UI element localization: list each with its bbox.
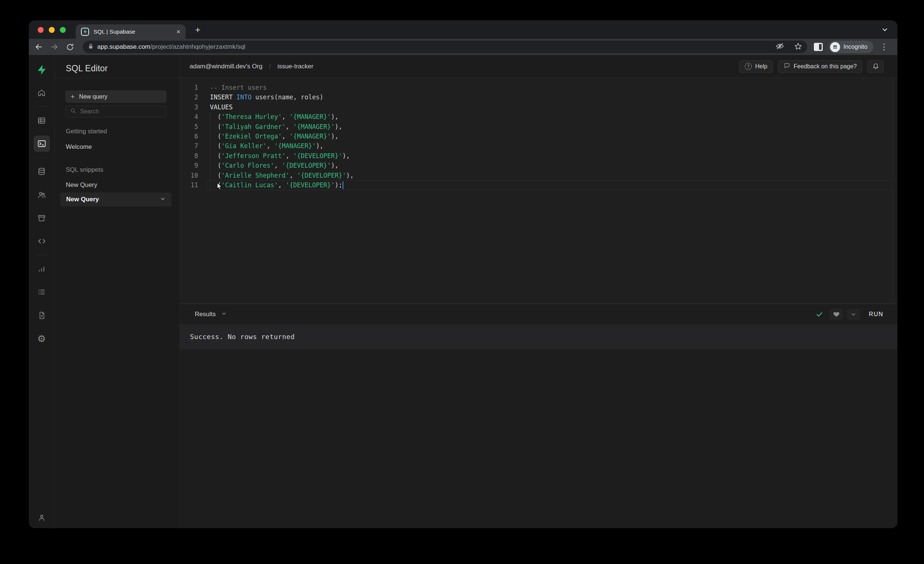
line-number: 1 bbox=[180, 83, 198, 92]
code-line-8[interactable]: ('Jefferson Pratt', '{DEVELOPER}'), bbox=[210, 151, 890, 161]
lock-icon bbox=[88, 43, 93, 51]
line-number: 3 bbox=[180, 102, 198, 112]
forward-button[interactable] bbox=[46, 43, 62, 51]
chevron-down-icon[interactable] bbox=[160, 196, 166, 203]
breadcrumb-org[interactable]: adam@windmill.dev's Org bbox=[190, 63, 262, 70]
rail-divider bbox=[36, 158, 48, 158]
incognito-label: Incognito bbox=[843, 43, 867, 50]
section-header-getting-started: Getting started bbox=[66, 128, 107, 135]
editor-scrollbar-track[interactable] bbox=[892, 78, 892, 304]
database-icon[interactable] bbox=[34, 163, 50, 180]
snippets-panel: SQL Editor + New query Getting started W… bbox=[55, 55, 180, 528]
snippet-item-new-query[interactable]: New Query bbox=[66, 181, 97, 189]
code-line-2[interactable]: INSERT INTO users(name, roles) bbox=[210, 92, 890, 102]
window-minimize-button[interactable] bbox=[49, 27, 55, 33]
storage-icon[interactable] bbox=[34, 210, 50, 226]
tab-search-chevron-icon[interactable] bbox=[882, 27, 888, 34]
edge-functions-icon[interactable] bbox=[34, 233, 50, 249]
tab-strip: SQL | Supabase × + bbox=[29, 20, 897, 39]
line-number: 6 bbox=[180, 132, 198, 141]
success-message: Success. No rows returned bbox=[190, 333, 295, 341]
code-line-4[interactable]: ('Theresa Hurley', '{MANAGER}'), bbox=[210, 112, 890, 121]
search-box[interactable] bbox=[65, 106, 166, 117]
rail-divider bbox=[36, 255, 48, 255]
window-close-button[interactable] bbox=[38, 27, 44, 33]
code-line-1[interactable]: -- Insert users bbox=[210, 83, 890, 92]
window-zoom-button[interactable] bbox=[60, 27, 66, 33]
breadcrumb-project[interactable]: issue-tracker bbox=[278, 63, 314, 70]
snippet-item-new-query-selected[interactable]: New Query bbox=[60, 192, 171, 206]
feedback-bubble-icon bbox=[783, 63, 790, 70]
home-icon[interactable] bbox=[34, 85, 50, 101]
page-title: SQL Editor bbox=[66, 64, 108, 73]
code-line-5[interactable]: ('Taliyah Gardner', '{MANAGER}'), bbox=[210, 122, 890, 132]
line-number: 4 bbox=[180, 112, 198, 121]
run-button[interactable]: RUN bbox=[869, 311, 884, 318]
line-number: 7 bbox=[180, 141, 198, 151]
chevron-down-icon bbox=[221, 311, 226, 318]
incognito-icon bbox=[830, 42, 840, 52]
bell-icon bbox=[872, 63, 879, 70]
url-text: app.supabase.com/project/azahtnhqohyjerz… bbox=[97, 43, 772, 51]
line-number: 5 bbox=[180, 122, 198, 132]
mouse-pointer bbox=[217, 183, 224, 192]
feedback-button[interactable]: Feedback on this page? bbox=[778, 60, 862, 73]
logs-icon[interactable] bbox=[34, 284, 50, 300]
url-bar[interactable]: app.supabase.com/project/azahtnhqohyjerz… bbox=[83, 40, 807, 53]
api-docs-icon[interactable] bbox=[34, 307, 50, 323]
rail-divider bbox=[36, 106, 48, 107]
reports-icon[interactable] bbox=[34, 261, 50, 277]
supabase-favicon-icon bbox=[81, 28, 89, 36]
tab-close-icon[interactable]: × bbox=[176, 28, 180, 35]
nav-rail: ⚙ bbox=[29, 55, 55, 528]
code-line-11[interactable]: ('Caitlin Lucas', '{DEVELOPER}'); bbox=[210, 180, 890, 190]
supabase-app: ⚙ SQL Editor + New query Getting started… bbox=[29, 55, 897, 528]
results-dropdown[interactable]: Results bbox=[195, 311, 226, 318]
code-line-10[interactable]: ('Arielle Shepherd', '{DEVELOPER}'), bbox=[210, 171, 890, 180]
plus-icon: + bbox=[70, 93, 75, 100]
section-header-sql-snippets: SQL snippets bbox=[66, 166, 103, 174]
browser-menu-button[interactable]: ⋮ bbox=[880, 42, 888, 52]
sql-editor[interactable]: 1234567891011 -- Insert usersINSERT INTO… bbox=[180, 78, 897, 304]
privacy-eye-off-icon[interactable] bbox=[776, 42, 784, 52]
main-header: adam@windmill.dev's Org / issue-tracker … bbox=[180, 55, 897, 78]
line-number: 11 bbox=[180, 180, 198, 190]
browser-window: SQL | Supabase × + app.supabase.com/proj… bbox=[29, 20, 897, 528]
account-icon[interactable] bbox=[34, 510, 50, 526]
new-query-button[interactable]: + New query bbox=[65, 90, 166, 103]
main-content: adam@windmill.dev's Org / issue-tracker … bbox=[180, 55, 897, 528]
results-message-row: Success. No rows returned bbox=[180, 324, 897, 349]
auth-users-icon[interactable] bbox=[34, 187, 50, 203]
help-button[interactable]: ? Help bbox=[739, 60, 773, 73]
sql-editor-icon[interactable] bbox=[34, 136, 50, 152]
tab-title: SQL | Supabase bbox=[93, 28, 172, 35]
url-host: app.supabase.com bbox=[97, 43, 150, 50]
code-line-7[interactable]: ('Gia Keller', '{MANAGER}'), bbox=[210, 141, 890, 151]
bookmark-star-icon[interactable] bbox=[794, 42, 802, 52]
favorite-heart-button[interactable] bbox=[830, 309, 843, 320]
table-editor-icon[interactable] bbox=[34, 112, 50, 129]
help-icon: ? bbox=[745, 63, 752, 70]
run-options-chevron-button[interactable] bbox=[847, 309, 860, 320]
code-line-3[interactable]: VALUES bbox=[210, 102, 890, 112]
incognito-badge: Incognito bbox=[829, 40, 873, 53]
settings-icon[interactable]: ⚙ bbox=[34, 331, 50, 347]
reload-button[interactable] bbox=[62, 43, 78, 51]
search-input[interactable] bbox=[80, 108, 162, 115]
line-number: 10 bbox=[180, 171, 198, 180]
code-lines: -- Insert usersINSERT INTO users(name, r… bbox=[210, 83, 890, 190]
query-valid-check-icon bbox=[813, 309, 826, 320]
notifications-button[interactable] bbox=[867, 60, 884, 73]
code-line-9[interactable]: ('Carlo Flores', '{DEVELOPER}'), bbox=[210, 161, 890, 170]
gutter: 1234567891011 bbox=[180, 83, 198, 190]
supabase-logo-icon[interactable] bbox=[34, 62, 50, 78]
back-button[interactable] bbox=[31, 43, 46, 51]
code-line-6[interactable]: ('Ezekiel Ortega', '{MANAGER}'), bbox=[210, 132, 890, 141]
new-tab-button[interactable]: + bbox=[195, 26, 200, 34]
side-panel-icon[interactable] bbox=[814, 43, 823, 51]
breadcrumb-separator: / bbox=[269, 63, 270, 70]
browser-tab[interactable]: SQL | Supabase × bbox=[76, 24, 186, 39]
snippet-item-welcome[interactable]: Welcome bbox=[66, 143, 92, 151]
line-number: 8 bbox=[180, 151, 198, 161]
search-icon bbox=[70, 108, 76, 115]
